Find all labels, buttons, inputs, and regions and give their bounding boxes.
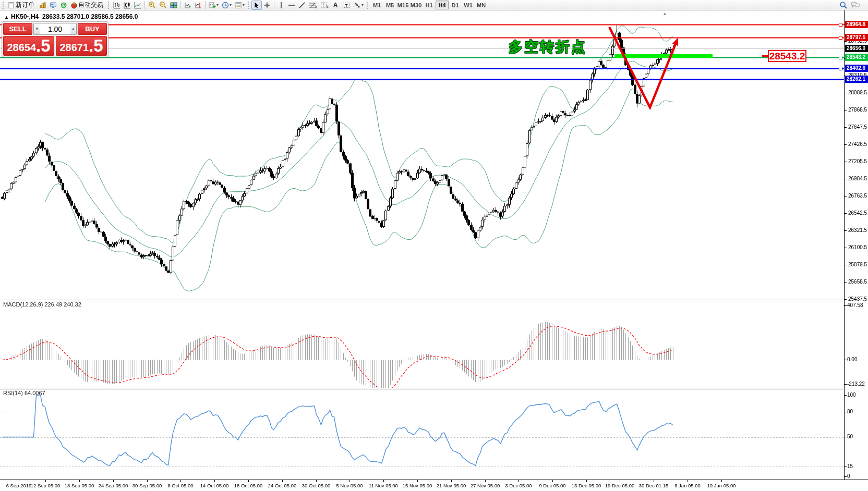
metaeditor-button[interactable]	[48, 1, 58, 10]
candle-chart-type-icon	[124, 2, 131, 9]
toolbar-separator	[205, 1, 206, 9]
tab-timeframe-m15[interactable]: M15	[396, 1, 409, 9]
buy-button[interactable]: BUY	[78, 23, 107, 35]
time-axis-label: 24 Oct 05:00	[268, 483, 296, 488]
turning-point-annotation[interactable]: 多空转折点	[509, 38, 587, 56]
periods-button[interactable]: ▾	[220, 1, 233, 10]
price-line-badge: 28402.6	[845, 65, 868, 72]
price-tick-label: 26321.5	[848, 227, 867, 233]
auto-scroll-button[interactable]	[183, 1, 193, 10]
trendline-button[interactable]	[297, 1, 307, 10]
toolbar-separator	[274, 1, 274, 9]
new-order-button[interactable]: 新订单	[6, 1, 38, 10]
vertical-line-button[interactable]	[276, 1, 286, 10]
grid-button[interactable]: F	[319, 1, 330, 10]
trendline-icon	[298, 2, 306, 9]
charts-icon	[39, 2, 46, 9]
sell-price[interactable]: 28654.5	[3, 36, 54, 56]
autotrading-icon	[70, 2, 78, 9]
zoom-in-icon	[148, 1, 156, 9]
fibonacci-button[interactable]: E	[307, 1, 319, 10]
line-chart-type-button[interactable]	[132, 1, 143, 10]
chat-button[interactable]	[849, 1, 862, 10]
indicator-axis-label: 100	[847, 392, 856, 398]
collapse-triangle-icon[interactable]: ▲	[4, 15, 9, 20]
zoom-in-button[interactable]	[147, 1, 158, 10]
indicators-icon	[209, 2, 216, 9]
time-axis-label: 6 Jan 05:00	[674, 483, 701, 488]
grid-icon: F	[320, 2, 329, 9]
market-watch-icon	[60, 2, 67, 9]
price-tick-label: 25879.5	[848, 262, 867, 267]
arrows-button[interactable]: ▾	[352, 1, 365, 10]
market-watch-button[interactable]	[58, 1, 69, 10]
svg-text:T: T	[345, 3, 348, 8]
chart-canvas[interactable]	[0, 10, 868, 491]
sell-price-main: 28654	[7, 41, 36, 54]
tab-timeframe-w1[interactable]: W1	[462, 1, 475, 9]
price-tick-label: 27647.5	[848, 124, 867, 130]
zoom-out-button[interactable]	[158, 1, 168, 10]
text-label-button[interactable]: T	[341, 1, 352, 10]
text-button[interactable]: A	[330, 1, 341, 10]
time-axis-label: 18 Sep 05:00	[65, 483, 94, 488]
time-axis-label: 11 Nov 05:00	[369, 483, 398, 488]
bar-chart-type-icon	[113, 2, 120, 9]
tab-timeframe-m1[interactable]: M1	[370, 1, 383, 9]
text-label-icon: T	[342, 2, 351, 9]
toolbar-separator	[144, 1, 145, 9]
time-axis-label: 27 Nov 05:00	[471, 483, 500, 488]
chart-title: ▲HK50-,H4 28633.5 28701.0 28586.5 28656.…	[4, 13, 138, 20]
charts-button[interactable]	[38, 1, 48, 10]
time-axis-label: 10 Jan 05:00	[707, 483, 736, 488]
indicators-button[interactable]: ▾	[207, 1, 220, 10]
toolbar-separator	[180, 1, 181, 9]
price-line-badge: 28797.5	[845, 34, 868, 41]
tab-timeframe-mn[interactable]: MN	[475, 1, 488, 9]
price-tick-label: 26984.5	[848, 176, 867, 181]
tile-windows-icon	[170, 2, 177, 9]
search-button[interactable]	[838, 1, 849, 10]
time-axis-label: 30 Oct 05:00	[302, 483, 330, 488]
price-tick-label: 27205.5	[848, 158, 867, 164]
tab-timeframe-m5[interactable]: M5	[383, 1, 396, 9]
time-axis-label: 3 Dec 05:00	[505, 483, 532, 488]
price-tick-label: 25437.5	[848, 296, 867, 302]
toolbar-grip[interactable]	[3, 2, 5, 9]
horizontal-line-button[interactable]	[286, 1, 297, 10]
price-line-badge: 28543.2	[845, 54, 868, 61]
tab-timeframe-d1[interactable]: D1	[449, 1, 462, 9]
scroll-marker-icon[interactable]: ▲	[662, 11, 667, 16]
autotrading-label: 自动交易	[78, 1, 103, 9]
sell-price-pip: .5	[36, 37, 51, 54]
volume-input[interactable]	[40, 23, 70, 34]
toolbar-grip[interactable]	[108, 2, 110, 9]
candle-chart-type-button[interactable]	[122, 1, 132, 10]
fibonacci-icon: E	[309, 2, 317, 9]
buy-price-main: 28671	[59, 41, 89, 54]
tab-timeframe-h4[interactable]: H4	[436, 1, 449, 9]
cursor-button[interactable]	[251, 1, 262, 10]
toolbar-grip[interactable]	[367, 2, 369, 9]
chart-shift-button[interactable]	[193, 1, 203, 10]
buy-price-pip: .5	[89, 37, 103, 54]
indicator-axis-label: 50	[847, 434, 853, 439]
tile-windows-button[interactable]	[168, 1, 179, 10]
price-tick-label: 26542.5	[848, 210, 867, 216]
templates-button[interactable]: ▾	[233, 1, 246, 10]
toolbar-grip[interactable]	[248, 2, 250, 9]
tab-timeframe-m30[interactable]: M30	[409, 1, 423, 9]
volume-decrease-button[interactable]: ▼	[34, 23, 40, 34]
buy-price[interactable]: 28671.5	[56, 36, 107, 56]
zoom-out-icon	[159, 1, 167, 9]
sell-button[interactable]: SELL	[3, 23, 32, 35]
search-icon	[839, 1, 848, 9]
line-chart-type-icon	[134, 2, 141, 9]
price-tag-annotation[interactable]: 28543.2	[768, 50, 806, 62]
price-tick-label: 26100.5	[848, 244, 867, 250]
autotrading-button[interactable]: 自动交易	[69, 1, 106, 10]
tab-timeframe-h1[interactable]: H1	[423, 1, 436, 9]
crosshair-button[interactable]	[262, 1, 272, 10]
bar-chart-type-button[interactable]	[112, 1, 122, 10]
volume-increase-button[interactable]: ▲	[70, 23, 76, 34]
